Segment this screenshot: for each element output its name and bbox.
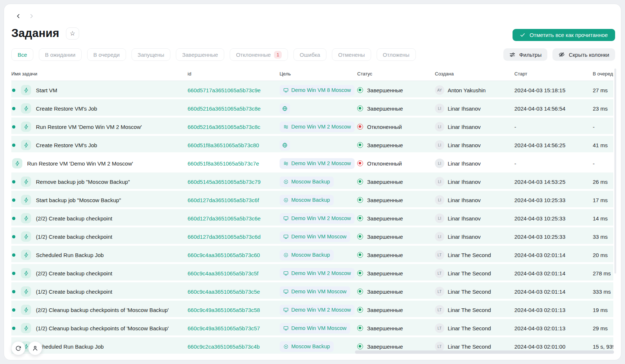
filter-tab[interactable]: В очереди <box>87 48 126 61</box>
task-id-link[interactable]: 660c9c2ca3651065a5b73c4b <box>188 343 260 350</box>
table-row[interactable]: (2/2) Cleanup backup checkpoints of 'Mos… <box>11 301 613 319</box>
table-row[interactable]: Create Restore VM's Job660d51f8a3651065a… <box>11 136 613 154</box>
start-time-cell: 2024-04-03 10:25:33 <box>514 215 593 222</box>
task-id-link[interactable]: 660d5717a3651065a5b73c9e <box>188 87 260 93</box>
task-id-link[interactable]: 660c9c4aa3651065a5b73c5e <box>188 289 260 295</box>
task-name-cell: (2/2) Create backup checkpoint <box>11 213 188 223</box>
target-badge[interactable]: Demo Win VM 2 Moscow <box>280 213 355 224</box>
target-badge[interactable]: Moscow Backup <box>280 341 334 352</box>
task-id-link[interactable]: 660d127da3651065a5b73c6d <box>188 234 260 240</box>
target-badge[interactable]: Demo Win VM 2 Moscow <box>280 305 355 315</box>
avatar: LT <box>435 342 444 351</box>
forward-button[interactable] <box>27 12 36 20</box>
filter-tab[interactable]: В ожидании <box>39 48 82 61</box>
status-cell: Завершенные <box>357 343 435 350</box>
target-badge[interactable]: Demo Win VM 2 Moscow <box>280 268 355 279</box>
target-badge[interactable]: Moscow Backup <box>280 195 334 205</box>
status-cell: Отклоненный <box>357 124 435 130</box>
mark-all-read-button[interactable]: Отметить все как прочитанное <box>513 29 615 41</box>
vertical-scrollbar[interactable] <box>614 68 616 274</box>
target-badge[interactable]: Demo Win VM Moscow <box>280 323 350 334</box>
task-id-link[interactable]: 660c9c4aa3651065a5b73c60 <box>188 252 260 258</box>
task-id-link[interactable]: 660d5216a3651065a5b73c8e <box>188 105 260 112</box>
filter-tab[interactable]: Отменены <box>332 48 371 61</box>
created-by-cell: LTLinar The Second <box>435 305 514 315</box>
table-row[interactable]: Remove backup job "Moscow Backup"660d514… <box>11 172 613 191</box>
target-badge[interactable]: Demo Win VM 2 Moscow <box>280 158 355 169</box>
task-name-cell: (1/2) Cleanup backup checkpoints of 'Mos… <box>11 323 188 333</box>
target-cell: Demo Win VM 2 Moscow <box>280 122 357 132</box>
target-badge[interactable]: Demo Win VM Moscow <box>280 286 350 297</box>
table-row[interactable]: (1/2) Cleanup backup checkpoints of 'Mos… <box>11 319 613 337</box>
back-button[interactable] <box>14 12 22 20</box>
status-label: Завершенные <box>367 270 403 276</box>
column-header: Статус <box>357 71 435 77</box>
avatar: LI <box>435 213 444 223</box>
target-badge[interactable]: Moscow Backup <box>280 250 334 260</box>
avatar: LT <box>435 268 444 278</box>
task-name-cell: Create Restore VM's Job <box>11 103 188 114</box>
task-id-link[interactable]: 660c9c49a3651065a5b73c57 <box>188 325 260 331</box>
refresh-button[interactable] <box>11 341 25 355</box>
target-badge[interactable] <box>280 140 290 151</box>
task-id-link[interactable]: 660d127da3651065a5b73c6f <box>188 197 259 203</box>
filter-tab-label: В ожидании <box>45 52 75 58</box>
target-label: Demo Win VM 2 Moscow <box>291 124 351 130</box>
task-id-link[interactable]: 660d127da3651065a5b73c6e <box>188 215 260 222</box>
created-by-cell: LTLinar The Second <box>435 268 514 278</box>
task-id-link[interactable]: 660d51f8a3651065a5b73c7e <box>188 160 259 167</box>
filter-tab[interactable]: Ошибка <box>293 48 326 61</box>
task-id-cell: 660d5216a3651065a5b73c8c <box>188 124 280 130</box>
filter-tab[interactable]: Отклоненные1 <box>230 48 288 61</box>
status-label: Завершенные <box>367 289 403 295</box>
refresh-icon <box>15 345 22 352</box>
task-id-cell: 660d127da3651065a5b73c6f <box>188 197 280 203</box>
table-row[interactable]: Run Restore VM 'Demo Win VM 2 Moscow'660… <box>11 154 613 172</box>
avatar: LT <box>435 305 444 315</box>
task-id-link[interactable]: 660d51f8a3651065a5b73c80 <box>188 142 259 148</box>
unread-dot <box>12 235 15 238</box>
status-cell: Завершенные <box>357 87 435 93</box>
table-row[interactable]: Start backup job "Moscow Backup"660d127d… <box>11 191 613 209</box>
task-name: Create Restore VM's Job <box>36 105 97 112</box>
task-id-link[interactable]: 660c9c49a3651065a5b73c58 <box>188 307 260 313</box>
created-by-cell: LTLinar The Second <box>435 323 514 333</box>
target-cell: Moscow Backup <box>280 250 357 260</box>
task-name-cell: (2/2) Create backup checkpoint <box>11 268 188 278</box>
target-badge[interactable]: Moscow Backup <box>280 177 334 187</box>
creator-name: Linar Ihsanov <box>448 160 481 167</box>
task-id-link[interactable]: 660d5145a3651065a5b73c79 <box>188 179 260 185</box>
avatar: LI <box>435 232 444 241</box>
table-row[interactable]: Scheduled Run Backup Job660c9c4aa3651065… <box>11 246 613 264</box>
target-badge[interactable]: Demo Win VM 8 Moscow <box>280 85 355 96</box>
table-row[interactable]: (1/2) Create backup checkpoint660d127da3… <box>11 227 613 246</box>
filter-tab[interactable]: Запущены <box>132 48 171 61</box>
filter-tab[interactable]: Все <box>11 48 33 61</box>
table-row[interactable]: (1/2) Create backup checkpoint660c9c4aa3… <box>11 282 613 301</box>
table-row[interactable]: Create Restore VM's Job660d5216a3651065a… <box>11 99 613 118</box>
table-row[interactable]: (2/2) Create backup checkpoint660d127da3… <box>11 209 613 227</box>
table-row[interactable]: Run Restore VM 'Demo Win VM 2 Moscow'660… <box>11 118 613 136</box>
horizontal-scrollbar[interactable] <box>355 350 614 354</box>
task-id-link[interactable]: 660d5216a3651065a5b73c8c <box>188 124 260 130</box>
globe-icon <box>282 106 288 111</box>
column-header: В очереди <box>593 71 613 77</box>
filter-tab-label: Ошибка <box>300 52 320 58</box>
filters-button[interactable]: Фильтры <box>503 48 547 61</box>
task-id-link[interactable]: 660c9c4aa3651065a5b73c5f <box>188 270 259 276</box>
filter-tab[interactable]: Завершенные <box>176 48 224 61</box>
user-button[interactable] <box>28 341 42 355</box>
target-badge[interactable]: Demo Win VM Moscow <box>280 231 350 242</box>
creator-name: Linar Ihsanov <box>448 179 481 185</box>
avatar: LT <box>435 287 444 296</box>
favorite-button[interactable]: ☆ <box>66 27 79 40</box>
lightning-icon <box>21 231 31 242</box>
target-badge[interactable]: Demo Win VM 2 Moscow <box>280 122 355 132</box>
filter-tab[interactable]: Отложены <box>377 48 416 61</box>
hide-columns-button[interactable]: Скрыть колонки <box>552 48 615 61</box>
table-row[interactable]: (2/2) Create backup checkpoint660c9c4aa3… <box>11 264 613 282</box>
table-row[interactable]: Start VM660d5717a3651065a5b73c9eDemo Win… <box>11 81 613 99</box>
target-badge[interactable] <box>280 103 290 114</box>
lightning-icon <box>21 305 31 315</box>
creator-name: Linar Ihsanov <box>448 105 481 112</box>
